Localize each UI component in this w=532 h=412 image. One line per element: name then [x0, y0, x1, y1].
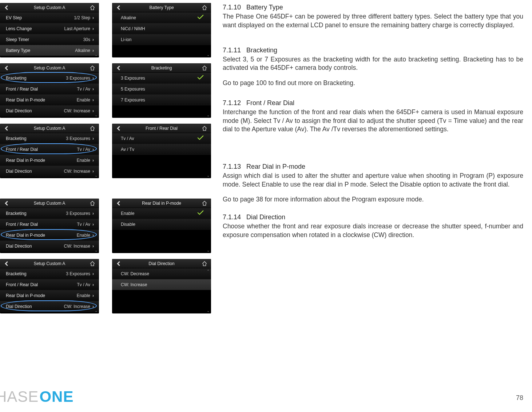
section-bracketing: 7.1.11 Bracketing Select 3, 5 or 7 Expos… [223, 46, 523, 88]
home-icon[interactable] [201, 200, 208, 207]
menu-row[interactable]: Front / Rear DialTv / Av› [0, 84, 99, 95]
section-heading: 7.1.11 Bracketing [223, 46, 523, 55]
menu-row[interactable]: Rear Dial in P-modeEnable› [0, 230, 99, 241]
home-icon[interactable] [89, 4, 96, 11]
chevron-down-icon[interactable]: ⌄ [95, 173, 98, 177]
menu-row[interactable]: Dial DirectionCW: Increase› [0, 166, 99, 177]
option-row[interactable]: 3 Exposures [112, 73, 211, 84]
back-icon[interactable] [115, 65, 122, 71]
home-icon[interactable] [201, 125, 208, 132]
home-icon[interactable] [201, 260, 208, 267]
lcd-setup-custom-a-frontrear: Setup Custom A Bracketing3 Exposures›Fro… [0, 124, 99, 178]
menu-row[interactable]: Front / Rear DialTv / Av› [0, 219, 99, 230]
chevron-right-icon: › [92, 293, 94, 298]
back-icon[interactable] [3, 200, 10, 207]
back-icon[interactable] [3, 4, 10, 11]
lcd-setup-custom-a-battery: Setup Custom A EV Step1/2 Step›Lens Chan… [0, 3, 99, 57]
lcd-setup-custom-a-dialdir: Setup Custom A Bracketing3 Exposures›Fro… [0, 259, 99, 313]
home-icon[interactable] [89, 200, 96, 207]
section-body: The Phase One 645DF+ can be powered by t… [223, 12, 523, 29]
chevron-down-icon[interactable]: ⌄ [207, 309, 210, 313]
screen-title: Setup Custom A [10, 5, 89, 10]
option-row[interactable]: Tv / Av [112, 133, 211, 144]
menu-row[interactable]: Sleep Timer30s› [0, 34, 99, 45]
back-icon[interactable] [3, 125, 10, 132]
section-body: Interchange the function of the front an… [223, 108, 523, 134]
home-icon[interactable] [89, 125, 96, 132]
menu-row[interactable]: Rear Dial in P-modeEnable› [0, 290, 99, 301]
menu-row[interactable]: Bracketing3 Exposures› [0, 208, 99, 219]
chevron-down-icon[interactable]: ⌄ [207, 173, 210, 177]
back-icon[interactable] [3, 65, 10, 71]
chevron-up-icon[interactable]: ⌃ [207, 269, 210, 273]
screen-title: Setup Custom A [10, 126, 89, 131]
option-row[interactable]: 7 Exposures [112, 95, 211, 105]
chevron-right-icon: › [92, 211, 94, 216]
lcd-bracketing: Bracketing 3 Exposures5 Exposures7 Expos… [112, 63, 211, 118]
home-icon[interactable] [89, 65, 96, 71]
menu-row[interactable]: Rear Dial in P-modeEnable› [0, 95, 99, 105]
screen-title: Setup Custom A [10, 201, 89, 206]
option-row[interactable]: CW: Decrease [112, 268, 211, 279]
back-icon[interactable] [3, 260, 10, 267]
screen-title: Rear Dial in P-mode [122, 201, 201, 206]
menu-row[interactable]: Front / Rear DialTv / Av› [0, 144, 99, 155]
chevron-right-icon: › [92, 136, 94, 141]
menu-row[interactable]: Battery TypeAlkaline› [0, 45, 99, 56]
home-icon[interactable] [89, 260, 96, 267]
option-label: Tv / Av [121, 136, 134, 141]
chevron-down-icon[interactable]: ⌄ [207, 113, 210, 117]
menu-row[interactable]: Bracketing3 Exposures› [0, 268, 99, 279]
option-row[interactable]: NiCd / NiMH [112, 23, 211, 34]
option-label: 3 Exposures [121, 76, 145, 81]
menu-label: Front / Rear Dial [6, 282, 38, 287]
chevron-down-icon[interactable]: ⌄ [95, 113, 98, 117]
menu-value: Enable› [77, 293, 94, 298]
option-label: 7 Exposures [121, 97, 145, 103]
chevron-down-icon[interactable]: ⌄ [95, 248, 98, 252]
menu-row[interactable]: Rear Dial in P-modeEnable› [0, 155, 99, 166]
option-row[interactable]: Alkaline [112, 12, 211, 23]
option-row[interactable]: 5 Exposures [112, 84, 211, 95]
chevron-down-icon[interactable]: ⌄ [207, 53, 210, 57]
option-row[interactable]: Disable [112, 219, 211, 230]
menu-row[interactable]: EV Step1/2 Step› [0, 12, 99, 23]
section-title: Battery Type [246, 4, 283, 11]
menu-row[interactable]: Dial DirectionCW: Increase› [0, 105, 99, 116]
menu-label: Dial Direction [6, 169, 32, 174]
menu-label: Rear Dial in P-mode [6, 233, 45, 238]
chevron-right-icon: › [92, 282, 94, 287]
brand-text-accent: ONE [39, 388, 74, 405]
option-row[interactable]: Li-ion [112, 34, 211, 45]
home-icon[interactable] [201, 65, 208, 71]
menu-row[interactable]: Front / Rear DialTv / Av› [0, 279, 99, 290]
menu-value: Enable› [77, 97, 94, 103]
screen-title: Battery Type [122, 5, 201, 10]
chevron-right-icon: › [92, 15, 94, 20]
option-row[interactable]: Av / Tv [112, 144, 211, 155]
section-title: Bracketing [246, 47, 277, 54]
brand-text: HASE [0, 388, 39, 405]
back-icon[interactable] [115, 4, 122, 11]
menu-row[interactable]: Dial DirectionCW: Increase› [0, 241, 99, 252]
chevron-down-icon[interactable]: ⌄ [95, 309, 98, 313]
chevron-down-icon[interactable]: ⌄ [95, 53, 98, 57]
chevron-down-icon[interactable]: ⌄ [207, 248, 210, 252]
menu-value: CW: Increase› [64, 108, 94, 113]
menu-row[interactable]: Bracketing3 Exposures› [0, 73, 99, 84]
option-row[interactable]: Enable [112, 208, 211, 219]
menu-value: Tv / Av› [77, 282, 94, 287]
menu-row[interactable]: Lens ChangeLast Aperture› [0, 23, 99, 34]
back-icon[interactable] [115, 260, 122, 267]
check-icon [197, 75, 204, 81]
menu-row[interactable]: Bracketing3 Exposures› [0, 133, 99, 144]
back-icon[interactable] [115, 200, 122, 207]
section-body: Select 3, 5 or 7 Exposures as the bracke… [223, 55, 523, 72]
back-icon[interactable] [115, 125, 122, 132]
home-icon[interactable] [201, 4, 208, 11]
option-row[interactable]: CW: Increase [112, 279, 211, 290]
section-body: Assign which dial is used to alter the s… [223, 172, 523, 189]
menu-value: 3 Exposures› [66, 76, 94, 81]
menu-row[interactable]: Dial DirectionCW: Increase› [0, 301, 99, 312]
menu-value: 3 Exposures› [66, 271, 94, 276]
